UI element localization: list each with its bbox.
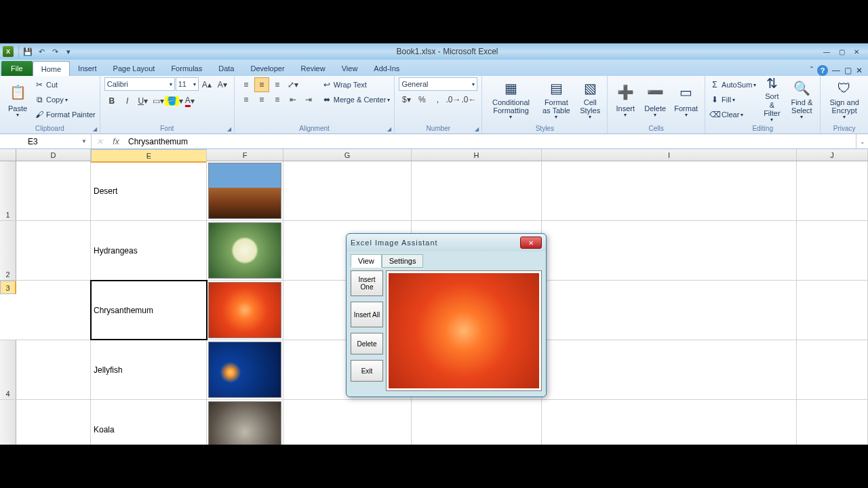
wrap-text-button[interactable]: ↩Wrap Text — [321, 77, 391, 92]
accounting-format-button[interactable]: $▾ — [399, 92, 414, 107]
clipboard-launcher[interactable]: ◢ — [93, 126, 97, 132]
decrease-decimal-button[interactable]: .0← — [461, 92, 476, 107]
select-all-corner[interactable] — [0, 149, 16, 161]
cell-image[interactable] — [207, 281, 283, 340]
cell-image[interactable] — [207, 221, 283, 280]
tab-page-layout[interactable]: Page Layout — [105, 61, 163, 76]
paste-button[interactable]: 📋 Paste▾ — [4, 77, 31, 122]
fill-button[interactable]: ⬇Fill▾ — [709, 92, 756, 107]
cell[interactable] — [542, 340, 797, 399]
qat-save[interactable]: 💾 — [21, 45, 35, 58]
tab-insert[interactable]: Insert — [70, 61, 105, 76]
doc-restore-button[interactable]: ▢ — [844, 66, 852, 75]
conditional-formatting-button[interactable]: ▦Conditional Formatting▾ — [486, 77, 535, 122]
find-select-button[interactable]: 🔍Find & Select▾ — [787, 77, 816, 122]
font-color-button[interactable]: A▾ — [182, 94, 197, 108]
exit-button[interactable]: Exit — [351, 360, 383, 382]
cell[interactable]: Desert — [91, 161, 207, 220]
dialog-tab-view[interactable]: View — [351, 254, 382, 268]
cell[interactable] — [16, 161, 91, 220]
col-header-D[interactable]: D — [16, 149, 91, 161]
row-header[interactable]: 1 — [0, 161, 16, 220]
expand-formula-bar[interactable]: ⌄ — [856, 134, 868, 148]
insert-one-button[interactable]: Insert One — [351, 270, 383, 296]
ribbon-minimize-icon[interactable]: ˇ — [810, 66, 813, 75]
cancel-formula-icon[interactable]: ✕ — [92, 137, 108, 146]
cell[interactable] — [542, 221, 797, 280]
cell[interactable] — [797, 161, 868, 220]
doc-close-button[interactable]: ✕ — [856, 66, 863, 75]
fill-color-button[interactable]: 🪣▾ — [167, 94, 182, 108]
cell-image[interactable] — [207, 161, 283, 220]
cell[interactable]: Hydrangeas — [91, 221, 207, 280]
italic-button[interactable]: I — [120, 94, 135, 108]
cell[interactable] — [16, 281, 91, 340]
increase-indent-button[interactable]: ⇥ — [301, 92, 316, 107]
tab-review[interactable]: Review — [293, 61, 334, 76]
tab-home[interactable]: Home — [33, 61, 70, 76]
row-header[interactable]: 3 — [0, 281, 16, 294]
increase-font-button[interactable]: A▴ — [199, 77, 214, 92]
close-button[interactable]: ✕ — [849, 45, 864, 58]
help-icon[interactable]: ? — [817, 65, 828, 76]
cell[interactable] — [542, 281, 797, 340]
fx-icon[interactable]: fx — [108, 137, 124, 146]
tab-file[interactable]: File — [1, 61, 33, 76]
number-launcher[interactable]: ◢ — [475, 126, 479, 132]
tab-addins[interactable]: Add-Ins — [366, 61, 408, 76]
alignment-launcher[interactable]: ◢ — [387, 126, 391, 132]
autosum-button[interactable]: ΣAutoSum▾ — [709, 77, 756, 92]
cell[interactable] — [412, 400, 542, 445]
font-name-select[interactable]: Calibri▾ — [104, 77, 175, 91]
cell-image[interactable] — [207, 340, 283, 399]
tab-data[interactable]: Data — [210, 61, 242, 76]
align-left-button[interactable]: ≡ — [239, 92, 254, 107]
align-right-button[interactable]: ≡ — [270, 92, 285, 107]
cell[interactable] — [16, 221, 91, 280]
border-button[interactable]: ▭▾ — [151, 94, 166, 108]
copy-button[interactable]: ⧉Copy▾ — [34, 92, 96, 107]
row-header[interactable]: 4 — [0, 340, 16, 399]
cell[interactable] — [412, 161, 542, 220]
align-bottom-button[interactable]: ≡ — [270, 77, 285, 92]
col-header-H[interactable]: H — [412, 149, 542, 161]
cell[interactable] — [797, 340, 868, 399]
qat-customize[interactable]: ▾ — [62, 45, 75, 58]
col-header-G[interactable]: G — [283, 149, 412, 161]
name-box[interactable]: E3▼ — [24, 134, 92, 148]
format-painter-button[interactable]: 🖌Format Painter — [34, 107, 96, 122]
orientation-button[interactable]: ⤢▾ — [285, 77, 300, 92]
formula-input[interactable]: Chrysanthemum — [124, 134, 856, 148]
delete-button[interactable]: Delete — [351, 333, 383, 354]
increase-decimal-button[interactable]: .0→ — [446, 92, 460, 107]
dialog-title-bar[interactable]: Excel Image Assistant ✕ — [347, 234, 546, 251]
cell[interactable]: Jellyfish — [91, 340, 207, 399]
cell[interactable]: Chrysanthemum — [91, 281, 207, 340]
percent-button[interactable]: % — [414, 92, 429, 107]
dialog-tab-settings[interactable]: Settings — [382, 254, 424, 268]
tab-view[interactable]: View — [334, 61, 366, 76]
tab-developer[interactable]: Developer — [242, 61, 292, 76]
row-header[interactable]: 2 — [0, 221, 16, 280]
decrease-indent-button[interactable]: ⇤ — [285, 92, 300, 107]
align-center-button[interactable]: ≡ — [254, 92, 269, 107]
cell[interactable] — [283, 161, 412, 220]
font-launcher[interactable]: ◢ — [227, 126, 231, 132]
col-header-F[interactable]: F — [207, 149, 283, 161]
cell-image[interactable] — [207, 400, 283, 445]
align-middle-button[interactable]: ≡ — [254, 77, 269, 92]
merge-center-button[interactable]: ⬌Merge & Center▾ — [321, 92, 391, 107]
sign-encrypt-button[interactable]: 🛡Sign and Encrypt▾ — [825, 77, 864, 122]
cell[interactable]: Koala — [91, 400, 207, 445]
image-assistant-dialog[interactable]: Excel Image Assistant ✕ View Settings In… — [346, 233, 547, 397]
comma-button[interactable]: , — [430, 92, 445, 107]
cell[interactable] — [16, 400, 91, 445]
decrease-font-button[interactable]: A▾ — [215, 77, 230, 92]
col-header-J[interactable]: J — [797, 149, 868, 161]
cell[interactable] — [797, 221, 868, 280]
cell[interactable] — [542, 400, 797, 445]
cell[interactable] — [797, 281, 868, 340]
tab-formulas[interactable]: Formulas — [163, 61, 210, 76]
align-top-button[interactable]: ≡ — [239, 77, 254, 92]
qat-undo[interactable]: ↶ — [35, 45, 48, 58]
